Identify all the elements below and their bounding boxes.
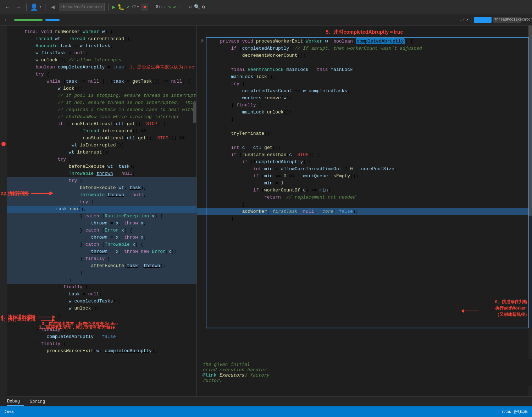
code-line: try { (197, 80, 532, 88)
git-push-icon[interactable]: ↑ (178, 4, 181, 10)
right-panel: 5、此时completedAbruptly＝true @ private voi… (197, 26, 532, 406)
file-path: …/ × | ThreadPoolExecutor (460, 17, 521, 23)
code-line: thrown = x; throw new Error(x); (7, 248, 196, 255)
statusbar-right: CSDN @代码丰 (502, 409, 528, 415)
code-line: w.completedTasks++; (7, 298, 196, 305)
git-commit-icon[interactable]: ✎ (168, 4, 171, 10)
separator-1 (26, 4, 27, 11)
back-button[interactable]: ← (3, 4, 12, 10)
code-line: try { (7, 199, 196, 206)
csdn-watermark: CSDN @代码丰 (502, 409, 528, 415)
scroll-indicator[interactable] (193, 102, 196, 123)
code-line: Throwable thrown = null; (7, 170, 196, 177)
progress-bar-2 (45, 19, 60, 21)
code-line: (Thread.interrupted() && (7, 128, 196, 135)
separator-4 (152, 4, 152, 11)
code-line: } finally { (7, 284, 196, 291)
debug-tabs-bar: Debug Spring (0, 396, 532, 406)
settings-button[interactable]: ⚙ (202, 4, 205, 10)
code-line: } finally { (7, 255, 196, 262)
code-line: return; // replacement not needed (197, 194, 532, 201)
tab-dropdown[interactable]: ▼ (522, 17, 529, 23)
annotation-throw-overlay: 3、层层抛出异常，标志位没有变为false (42, 321, 118, 327)
stop-button[interactable]: ■ (141, 4, 148, 11)
code-line-addworker: addWorker( firstTask: null, core: false)… (197, 208, 532, 215)
git-check-icon[interactable]: ✔ (173, 4, 176, 10)
code-line: } (197, 201, 532, 208)
search-button[interactable]: 🔍 (194, 4, 200, 10)
gutter-dot: @ (197, 38, 207, 45)
code-line: } finally { (7, 340, 196, 348)
spring-tab[interactable]: Spring (26, 398, 49, 406)
code-line: mainLock.unlock(); (197, 109, 532, 116)
code-line: task = null; (7, 291, 196, 298)
code-line: // requires a recheck in second case to … (7, 106, 196, 113)
nav-path: ThreadPoolExecutor (61, 5, 103, 9)
separator-5 (185, 4, 185, 11)
code-line: w.unlock(); // allow interrupts (7, 57, 196, 64)
annotation-completed-abruptly: 5、此时completedAbruptly＝true (326, 29, 403, 35)
annotation-exit-overlay: 4、执行退出逻辑 (1, 314, 52, 320)
user-dropdown[interactable]: 👤 ▼ (30, 3, 41, 11)
forward-button[interactable]: → (14, 4, 23, 10)
code-line: completedTaskCount += w.completedTasks; (197, 88, 532, 95)
code-line: if (min == 0 && ! workQueue.isEmpty()) (197, 173, 532, 180)
undo-button[interactable]: ↩ (189, 4, 192, 10)
code-line: w.firstTask = null; (7, 50, 196, 57)
annotation-task-execute-overlay: 2、执行任务 (4, 190, 49, 197)
code-line-task-run: task.run(); (7, 206, 196, 213)
doc-line-4: ructor. (203, 378, 526, 383)
code-line: while (task != null || (task = getTask()… (7, 78, 196, 85)
code-line: } finally { (197, 102, 532, 109)
code-line-process-exit: processWorkerExit(w, completedAbruptly); (7, 348, 196, 355)
code-line: wt.interrupt(); (7, 149, 196, 156)
right-scrollbar-track (528, 26, 532, 406)
code-line: final ReentrantLock mainLock = this.main… (197, 66, 532, 73)
code-line: // shutdownNow race while clearing inter… (7, 113, 196, 121)
separator-2 (45, 4, 45, 11)
profile-dropdown[interactable]: ⏱ ▼ (132, 4, 139, 10)
code-line: if ((runStateAtLeast(ctl.get(), STOP) || (7, 121, 196, 128)
code-line: if (completedAbruptly) // If abrupt, the… (197, 45, 532, 52)
doc-line-3: @link Executors} factory (203, 372, 526, 378)
right-scrollbar-thumb[interactable] (528, 26, 532, 216)
arrow-to-addworker (461, 311, 479, 311)
code-line: !wt.isInterrupted()) (7, 142, 196, 149)
code-line: @ private void processWorkerExit(Worker … (197, 38, 532, 45)
code-line: boolean completedAbruptly = true; 1、是否发生… (7, 64, 196, 71)
doc-comments-area: the given initial ected execution handle… (197, 359, 532, 386)
code-line: int min = allowCoreThreadTimeOut ? 0 : c… (197, 166, 532, 173)
code-line (197, 59, 532, 66)
code-line: tryTerminate(); (197, 130, 532, 137)
coverage-button[interactable]: ✔ (127, 4, 129, 10)
code-line: int c = ctl.get(); (197, 144, 532, 151)
left-gutter (0, 26, 7, 406)
run-button[interactable]: ▶ (112, 4, 116, 11)
file-tab[interactable]: ThreadPoolExecutor (493, 17, 521, 23)
tab-prev[interactable]: ← (3, 15, 11, 25)
code-line: afterExecute(task, thrown); (7, 262, 196, 269)
code-line (197, 137, 532, 144)
code-line: } (197, 116, 532, 123)
code-line: } (7, 269, 196, 277)
toolbar: ← → 👤 ▼ ◀ ThreadPoolExecutor ▶ 🐛 ✔ ⏱ ▼ ■… (0, 0, 532, 14)
annotation-addworker: 6、跳过条件判断执行addWorker（又创建新线程） (495, 299, 529, 318)
doc-line-2: ected execution handler. (203, 367, 526, 372)
code-line: } catch (Error x) { (7, 227, 196, 234)
status-text: Java (4, 410, 13, 414)
code-line: thrown = x; throw x; (7, 220, 196, 227)
code-line: min = 1; (197, 180, 532, 187)
code-line: Runnable task = w.firstTask; (7, 43, 196, 50)
code-line: Thread wt = Thread.currentThread(); (7, 35, 196, 43)
code-line: workers.remove(w); (197, 95, 532, 102)
debug-run-button[interactable]: 🐛 (117, 4, 124, 11)
breakpoint-1[interactable] (1, 142, 6, 146)
code-line: } (197, 215, 532, 222)
back-nav-button[interactable]: ◀ (49, 4, 57, 10)
code-editor-right: @ private void processWorkerExit(Worker … (197, 26, 532, 225)
code-line: try { (7, 71, 196, 78)
code-line: if (runStateLessThan(c, STOP)) { (197, 151, 532, 159)
code-line: } catch (Throwable x) { (7, 241, 196, 248)
code-line: completedAbruptly = false; (7, 333, 196, 340)
code-line: decrementWorkerCount(); (197, 52, 532, 59)
